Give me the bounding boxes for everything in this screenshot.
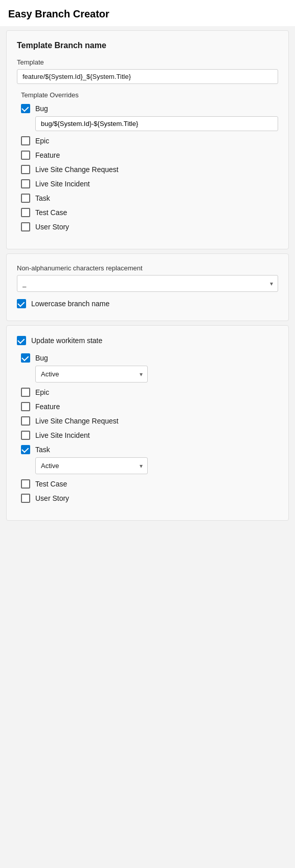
update-workitem-label: Update workitem state (31, 336, 102, 345)
override-live-site-change-row: Live Site Change Request (17, 165, 278, 174)
override-epic-checkbox[interactable] (21, 136, 30, 145)
override-live-site-incident-label: Live Site Incident (35, 180, 90, 188)
lowercase-checkbox[interactable] (17, 299, 26, 308)
lowercase-label: Lowercase branch name (31, 300, 109, 308)
lowercase-row: Lowercase branch name (17, 299, 278, 308)
override-user-story-row: User Story (17, 222, 278, 231)
workitem-user-story-row: User Story (17, 494, 278, 503)
workitem-task-select-wrapper: Active Resolved Closed ▾ (35, 457, 148, 474)
workitem-bug-label: Bug (35, 354, 48, 362)
template-label: Template (17, 58, 278, 66)
workitem-bug-select-wrapper: Active Resolved Closed ▾ (35, 366, 148, 383)
override-epic-row: Epic (17, 136, 278, 145)
replacement-select-wrapper: _ - (space) ▾ (17, 275, 278, 292)
workitem-task-row: Task Active Resolved Closed ▾ (17, 445, 278, 474)
workitem-bug-checkbox[interactable] (21, 353, 30, 363)
override-test-case-checkbox[interactable] (21, 208, 30, 217)
override-bug-label: Bug (35, 104, 48, 113)
override-bug-input[interactable] (35, 116, 278, 131)
template-branch-card: Template Branch name Template Template O… (6, 30, 289, 249)
workitem-live-site-incident-row: Live Site Incident (17, 431, 278, 440)
workitem-live-site-incident-checkbox[interactable] (21, 431, 30, 440)
override-live-site-change-label: Live Site Change Request (35, 165, 119, 174)
override-bug-checkbox[interactable] (21, 104, 30, 113)
overrides-label: Template Overrides (21, 91, 278, 99)
update-workitem-checkbox[interactable] (17, 336, 26, 345)
replacement-label: Non-alphanumeric characters replacement (17, 264, 278, 272)
override-feature-label: Feature (35, 151, 60, 159)
override-task-row: Task (17, 194, 278, 203)
override-user-story-label: User Story (35, 223, 69, 231)
workitem-live-site-incident-label: Live Site Incident (35, 431, 90, 439)
workitem-user-story-label: User Story (35, 494, 69, 502)
workitem-task-select[interactable]: Active Resolved Closed (35, 457, 148, 474)
workitem-task-label: Task (35, 446, 50, 454)
override-epic-label: Epic (35, 137, 49, 145)
update-workitem-row: Update workitem state (17, 336, 278, 345)
workitem-live-site-change-checkbox[interactable] (21, 416, 30, 426)
workitem-feature-row: Feature (17, 402, 278, 411)
override-test-case-row: Test Case (17, 208, 278, 217)
override-user-story-checkbox[interactable] (21, 222, 30, 231)
workitem-epic-row: Epic (17, 388, 278, 397)
workitem-user-story-checkbox[interactable] (21, 494, 30, 503)
override-task-checkbox[interactable] (21, 194, 30, 203)
workitem-card: Update workitem state Bug Active Resolve… (6, 325, 289, 521)
override-live-site-incident-row: Live Site Incident (17, 179, 278, 188)
replacement-card: Non-alphanumeric characters replacement … (6, 253, 289, 321)
override-feature-row: Feature (17, 151, 278, 160)
workitem-feature-label: Feature (35, 403, 60, 411)
override-live-site-incident-checkbox[interactable] (21, 179, 30, 188)
workitem-epic-label: Epic (35, 388, 49, 396)
template-input[interactable] (17, 69, 278, 84)
workitem-test-case-label: Test Case (35, 480, 67, 488)
workitem-live-site-change-label: Live Site Change Request (35, 417, 119, 425)
workitem-task-checkbox[interactable] (21, 445, 30, 454)
override-live-site-change-checkbox[interactable] (21, 165, 30, 174)
workitem-test-case-row: Test Case (17, 479, 278, 489)
replacement-select[interactable]: _ - (space) (17, 275, 278, 292)
workitem-bug-row: Bug Active Resolved Closed ▾ (17, 353, 278, 383)
override-task-label: Task (35, 194, 50, 202)
workitem-epic-checkbox[interactable] (21, 388, 30, 397)
override-feature-checkbox[interactable] (21, 151, 30, 160)
page-title: Easy Branch Creator (0, 0, 295, 26)
template-card-title: Template Branch name (17, 41, 278, 50)
override-test-case-label: Test Case (35, 208, 67, 217)
workitem-feature-checkbox[interactable] (21, 402, 30, 411)
workitem-bug-select[interactable]: Active Resolved Closed (35, 366, 148, 383)
workitem-live-site-change-row: Live Site Change Request (17, 416, 278, 426)
workitem-test-case-checkbox[interactable] (21, 479, 30, 489)
override-bug-row: Bug (17, 104, 278, 131)
